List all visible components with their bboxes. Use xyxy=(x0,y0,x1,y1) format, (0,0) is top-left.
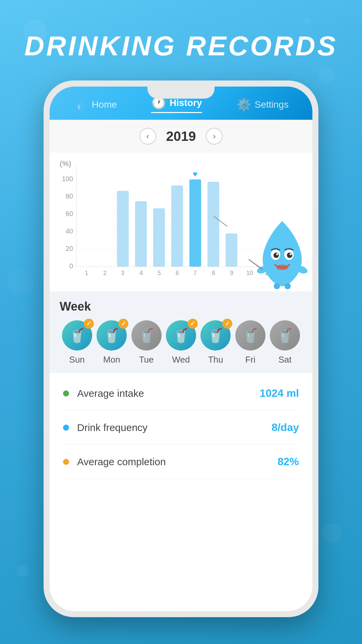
check-badge-sun: ✓ xyxy=(84,319,94,329)
day-circle-fri: 🥤 xyxy=(235,320,265,351)
day-label-mon: Mon xyxy=(103,355,120,365)
svg-text:6: 6 xyxy=(176,270,179,276)
day-tue: 🥤 Tue xyxy=(131,320,162,365)
avg-intake-value: 1024 ml xyxy=(260,387,299,399)
svg-text:7: 7 xyxy=(193,270,197,276)
svg-rect-29 xyxy=(207,182,219,267)
chart-y-label: (%) xyxy=(60,159,71,168)
svg-text:3: 3 xyxy=(121,270,124,276)
stat-avg-intake: Average intake 1024 ml xyxy=(63,376,299,411)
svg-text:0: 0 xyxy=(69,262,73,270)
day-label-tue: Tue xyxy=(139,355,154,365)
day-circle-mon: 🥤 ✓ xyxy=(97,320,127,351)
prev-year-button[interactable]: ‹ xyxy=(139,128,156,145)
nav-home[interactable]: 💧 Home xyxy=(73,98,117,112)
svg-point-45 xyxy=(290,253,292,255)
nav-home-label: Home xyxy=(92,99,117,110)
svg-text:5: 5 xyxy=(158,270,161,276)
svg-rect-22 xyxy=(153,208,165,267)
year-navigation: ‹ 2019 › xyxy=(50,120,312,153)
year-display: 2019 xyxy=(166,129,196,144)
day-fri: 🥤 Fri xyxy=(235,320,265,365)
day-label-fri: Fri xyxy=(245,355,255,365)
svg-rect-49 xyxy=(274,283,280,289)
day-label-sat: Sat xyxy=(279,355,292,365)
stat-drink-freq: Drink frequency 8/day xyxy=(63,411,299,445)
avg-completion-dot xyxy=(63,459,69,465)
mascot xyxy=(249,218,312,298)
check-badge-thu: ✓ xyxy=(222,319,232,329)
week-section: Week 🥤 ✓ Sun 🥤 xyxy=(50,291,312,373)
svg-text:60: 60 xyxy=(66,210,73,217)
svg-rect-50 xyxy=(285,283,291,289)
svg-text:40: 40 xyxy=(66,227,73,235)
svg-point-42 xyxy=(274,253,279,258)
phone-frame: 💧 Home 🕐 History ⚙️ Settings ‹ 2019 › xyxy=(44,80,318,617)
avg-intake-label: Average intake xyxy=(77,388,260,399)
svg-rect-24 xyxy=(171,185,183,267)
nav-history-label: History xyxy=(170,98,202,108)
week-title: Week xyxy=(60,300,302,314)
svg-text:80: 80 xyxy=(66,193,73,200)
svg-text:4: 4 xyxy=(139,270,143,276)
phone-screen: 💧 Home 🕐 History ⚙️ Settings ‹ 2019 › xyxy=(50,87,312,611)
stats-section: Average intake 1024 ml Drink frequency 8… xyxy=(50,373,312,611)
day-wed: 🥤 ✓ Wed xyxy=(166,320,196,365)
svg-text:8: 8 xyxy=(212,270,215,276)
svg-text:2: 2 xyxy=(103,270,107,276)
svg-rect-31 xyxy=(226,233,237,267)
svg-text:♥: ♥ xyxy=(193,169,197,178)
day-circle-tue: 🥤 xyxy=(131,320,162,351)
settings-icon: ⚙️ xyxy=(236,98,251,112)
week-days: 🥤 ✓ Sun 🥤 ✓ Mon xyxy=(60,320,302,365)
drink-freq-dot xyxy=(63,425,69,431)
day-mon: 🥤 ✓ Mon xyxy=(97,320,127,365)
day-circle-sun: 🥤 ✓ xyxy=(62,320,92,351)
day-thu: 🥤 ✓ Thu xyxy=(200,320,231,365)
svg-rect-18 xyxy=(117,191,129,267)
check-badge-wed: ✓ xyxy=(188,319,198,329)
svg-point-46 xyxy=(276,265,288,270)
svg-text:100: 100 xyxy=(62,175,73,182)
day-label-thu: Thu xyxy=(208,355,223,365)
phone-notch xyxy=(147,87,215,99)
day-label-wed: Wed xyxy=(172,355,190,365)
drink-freq-label: Drink frequency xyxy=(77,422,272,433)
nav-settings[interactable]: ⚙️ Settings xyxy=(236,98,289,112)
home-icon: 💧 xyxy=(73,98,88,112)
nav-settings-label: Settings xyxy=(255,99,289,110)
svg-text:9: 9 xyxy=(230,270,233,276)
day-circle-wed: 🥤 ✓ xyxy=(166,320,196,351)
day-label-sun: Sun xyxy=(69,355,85,365)
drink-freq-value: 8/day xyxy=(272,421,299,434)
chart-area: (%) 0 20 40 60 xyxy=(50,153,312,291)
day-circle-thu: 🥤 ✓ xyxy=(200,320,231,351)
day-sun: 🥤 ✓ Sun xyxy=(62,320,92,365)
svg-rect-26 xyxy=(189,179,201,267)
svg-point-43 xyxy=(287,253,292,258)
check-badge-mon: ✓ xyxy=(118,319,128,329)
day-sat: 🥤 Sat xyxy=(270,320,300,365)
svg-point-44 xyxy=(276,253,278,255)
avg-completion-label: Average completion xyxy=(77,456,278,468)
svg-text:20: 20 xyxy=(66,245,73,252)
svg-rect-20 xyxy=(135,201,147,267)
avg-intake-dot xyxy=(63,390,69,396)
svg-text:1: 1 xyxy=(85,270,88,276)
page-title: DRINKING RECORDS xyxy=(0,0,362,62)
day-circle-sat: 🥤 xyxy=(270,320,300,351)
next-year-button[interactable]: › xyxy=(206,128,223,145)
stat-avg-completion: Average completion 82% xyxy=(63,445,299,479)
avg-completion-value: 82% xyxy=(278,455,299,468)
content-area: ‹ 2019 › (%) 0 20 xyxy=(50,120,312,611)
